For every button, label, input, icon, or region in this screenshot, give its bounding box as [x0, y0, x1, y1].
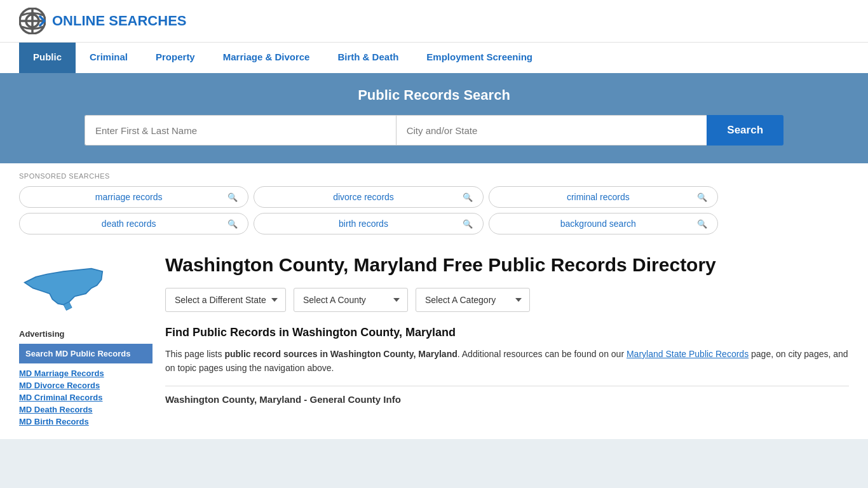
sponsored-section: SPONSORED SEARCHES marriage records 🔍 di…: [0, 163, 868, 241]
search-icon-birth: 🔍: [463, 219, 473, 229]
sidebar-link-divorce[interactable]: MD Divorce Records: [19, 381, 153, 390]
search-tag-divorce-text: divorce records: [264, 192, 462, 202]
search-tag-death[interactable]: death records 🔍: [19, 213, 248, 234]
search-banner-title: Public Records Search: [19, 87, 849, 104]
county-info-title: Washington County, Maryland - General Co…: [165, 386, 849, 405]
dropdowns-row: Select a Different State Select A County…: [165, 288, 849, 312]
logo-online: ONLINE: [52, 13, 105, 29]
search-tag-marriage-text: marriage records: [30, 192, 227, 202]
sidebar-active-link[interactable]: Search MD Public Records: [19, 344, 153, 363]
sidebar-links: MD Marriage Records MD Divorce Records M…: [19, 369, 153, 426]
nav-item-birth-death[interactable]: Birth & Death: [323, 43, 412, 73]
content-area: Advertising Search MD Public Records MD …: [0, 241, 868, 439]
nav-item-property[interactable]: Property: [142, 43, 209, 73]
search-tag-criminal[interactable]: criminal records 🔍: [489, 186, 718, 208]
sponsored-label: SPONSORED SEARCHES: [19, 172, 849, 180]
search-button[interactable]: Search: [707, 115, 783, 146]
logo-text: ONLINE SEARCHES: [52, 13, 187, 29]
maryland-state-link[interactable]: Maryland State Public Records: [627, 349, 749, 359]
search-icon-criminal: 🔍: [697, 193, 707, 202]
main-content: Washington County, Maryland Free Public …: [165, 254, 849, 426]
search-icon-background: 🔍: [697, 219, 707, 229]
search-icon-death: 🔍: [227, 219, 238, 229]
county-dropdown[interactable]: Select A County: [294, 288, 408, 312]
name-search-input[interactable]: [85, 115, 396, 146]
logo-icon: [19, 8, 46, 34]
sidebar-link-marriage[interactable]: MD Marriage Records: [19, 369, 153, 378]
section-body: This page lists public record sources in…: [165, 347, 849, 376]
search-icon-divorce: 🔍: [463, 193, 473, 202]
nav-item-criminal[interactable]: Criminal: [76, 43, 142, 73]
main-nav: Public Criminal Property Marriage & Divo…: [0, 42, 868, 73]
logo-searches: SEARCHES: [109, 13, 186, 29]
search-tag-background-text: background search: [499, 219, 697, 229]
sidebar-link-criminal[interactable]: MD Criminal Records: [19, 393, 153, 402]
body-text-2: . Additional resources can be found on o…: [458, 349, 627, 359]
sidebar-link-death[interactable]: MD Death Records: [19, 405, 153, 414]
logo: ONLINE SEARCHES: [19, 8, 187, 34]
search-row: Search: [85, 115, 783, 146]
sidebar: Advertising Search MD Public Records MD …: [19, 254, 153, 426]
body-bold: public record sources in Washington Coun…: [224, 349, 457, 359]
search-tag-divorce[interactable]: divorce records 🔍: [254, 186, 483, 208]
search-tag-background[interactable]: background search 🔍: [489, 213, 718, 234]
nav-item-employment[interactable]: Employment Screening: [412, 43, 546, 73]
search-tag-marriage[interactable]: marriage records 🔍: [19, 186, 248, 208]
state-dropdown[interactable]: Select a Different State: [165, 288, 286, 312]
search-tag-birth[interactable]: birth records 🔍: [254, 213, 483, 234]
sidebar-link-birth[interactable]: MD Birth Records: [19, 417, 153, 426]
header: ONLINE SEARCHES: [0, 0, 868, 42]
location-search-input[interactable]: [396, 115, 707, 146]
search-banner: Public Records Search Search: [0, 73, 868, 163]
maryland-map: [19, 254, 108, 317]
nav-item-marriage-divorce[interactable]: Marriage & Divorce: [209, 43, 324, 73]
search-tags-grid: marriage records 🔍 divorce records 🔍 cri…: [19, 186, 718, 234]
category-dropdown[interactable]: Select A Category: [416, 288, 530, 312]
advertising-label: Advertising: [19, 329, 153, 339]
search-tag-criminal-text: criminal records: [499, 192, 697, 202]
body-text-1: This page lists: [165, 349, 224, 359]
find-title: Find Public Records in Washington County…: [165, 326, 849, 339]
nav-item-public[interactable]: Public: [19, 43, 76, 73]
search-tag-birth-text: birth records: [264, 219, 462, 229]
search-icon-marriage: 🔍: [227, 193, 238, 202]
page-title: Washington County, Maryland Free Public …: [165, 254, 849, 276]
search-tag-death-text: death records: [30, 219, 227, 229]
